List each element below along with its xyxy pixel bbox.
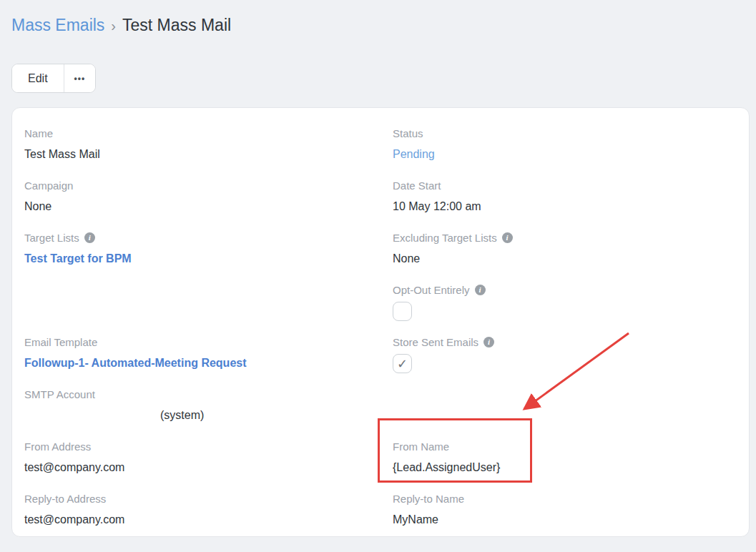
field-label-row: From Name <box>393 440 749 453</box>
field-campaign: CampaignNone <box>12 179 381 231</box>
field-reply-to-address: Reply-to Addresstest@company.com <box>12 492 381 537</box>
page-title: Test Mass Mail <box>122 16 231 34</box>
field-excluding-target-lists: Excluding Target ListsiNone <box>381 231 749 283</box>
field-label: Reply-to Address <box>24 492 106 506</box>
field-smtp-account: SMTP Account(system) <box>12 388 381 440</box>
field-status: StatusPending <box>381 127 749 179</box>
field-label: Store Sent Emails <box>393 335 478 349</box>
field-label-row: Reply-to Name <box>393 492 749 506</box>
field-label: Excluding Target Lists <box>393 231 497 245</box>
field-label: Name <box>24 127 53 140</box>
field-label: SMTP Account <box>24 388 95 401</box>
field-label-row: Email Template <box>24 335 381 349</box>
field-label-row: Campaign <box>24 179 381 192</box>
field-value: test@company.com <box>24 513 381 527</box>
detail-panel: NameTest Mass MailStatusPendingCampaignN… <box>11 107 750 537</box>
breadcrumb: Mass Emails›Test Mass Mail <box>11 14 745 36</box>
field-label-row: Target Listsi <box>24 231 381 245</box>
field-label: Opt-Out Entirely <box>393 283 470 297</box>
field-value: (system) <box>24 408 381 423</box>
field-label: Campaign <box>24 179 73 192</box>
field-label: Status <box>393 127 423 140</box>
field-grid: NameTest Mass MailStatusPendingCampaignN… <box>12 127 749 537</box>
checkbox-checked[interactable]: ✓ <box>393 354 412 373</box>
info-icon[interactable]: i <box>483 337 494 348</box>
info-icon[interactable]: i <box>475 285 486 295</box>
more-actions-button[interactable]: ••• <box>64 64 96 92</box>
field-value: Test Mass Mail <box>24 147 381 162</box>
field-value: MyName <box>393 513 749 527</box>
field-label: Reply-to Name <box>393 492 464 506</box>
field-label-row: Opt-Out Entirelyi <box>393 283 749 297</box>
field-empty <box>381 388 749 440</box>
field-label-row: Excluding Target Listsi <box>393 231 749 245</box>
edit-button[interactable]: Edit <box>12 64 64 92</box>
field-value: 10 May 12:00 am <box>393 199 749 214</box>
info-icon[interactable]: i <box>502 232 513 243</box>
info-icon[interactable]: i <box>84 232 95 243</box>
field-empty <box>12 283 381 335</box>
field-label-row: Status <box>393 127 749 140</box>
field-value-link[interactable]: Test Target for BPM <box>24 252 132 266</box>
field-value: test@company.com <box>24 460 381 475</box>
checkbox-unchecked[interactable] <box>393 302 412 321</box>
field-store-sent-emails: Store Sent Emailsi✓ <box>381 335 749 388</box>
field-label: From Address <box>24 440 91 453</box>
field-email-template: Email TemplateFollowup-1- Automated-Meet… <box>12 335 381 388</box>
field-date-start: Date Start10 May 12:00 am <box>381 179 749 231</box>
breadcrumb-separator: › <box>111 18 116 34</box>
field-label: Email Template <box>24 335 97 349</box>
edit-button-group: Edit ••• <box>11 64 96 93</box>
field-label-row: Date Start <box>393 179 749 192</box>
field-label-row: From Address <box>24 440 381 453</box>
field-label: Date Start <box>393 179 441 192</box>
field-label-row: Name <box>24 127 381 140</box>
field-value: None <box>24 199 381 214</box>
breadcrumb-parent-link[interactable]: Mass Emails <box>11 16 104 34</box>
field-value: {Lead.AssignedUser} <box>393 460 749 475</box>
field-target-lists: Target ListsiTest Target for BPM <box>12 231 381 283</box>
field-label-row: Reply-to Address <box>24 492 381 506</box>
field-opt-out-entirely: Opt-Out Entirelyi <box>381 283 749 335</box>
field-label: Target Lists <box>24 231 79 245</box>
field-value: None <box>393 252 749 266</box>
field-label-row: Store Sent Emailsi <box>393 335 749 349</box>
field-label-row: SMTP Account <box>24 388 381 401</box>
field-value: Pending <box>393 147 749 162</box>
field-reply-to-name: Reply-to NameMyName <box>381 492 749 537</box>
field-value-link[interactable]: Followup-1- Automated-Meeting Request <box>24 356 247 370</box>
field-from-name: From Name{Lead.AssignedUser} <box>381 440 749 492</box>
field-name: NameTest Mass Mail <box>12 127 381 179</box>
field-from-address: From Addresstest@company.com <box>12 440 381 492</box>
field-label: From Name <box>393 440 449 453</box>
